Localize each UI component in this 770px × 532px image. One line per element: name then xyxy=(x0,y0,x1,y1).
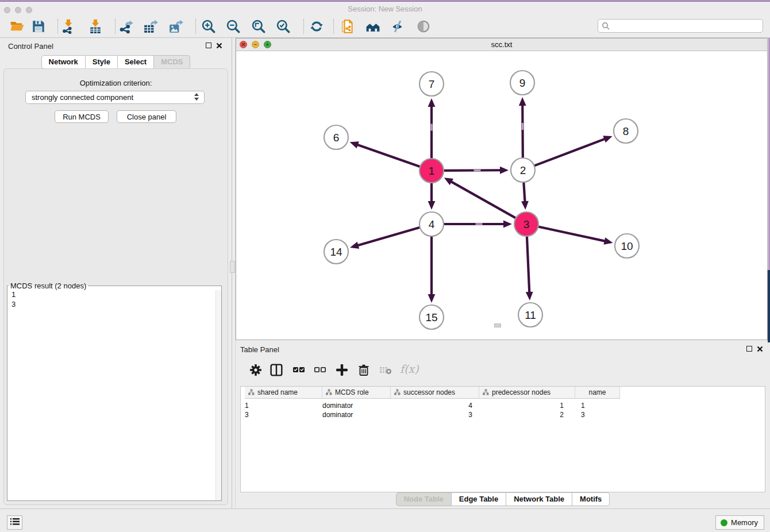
window-title: Session: New Session xyxy=(0,5,770,13)
edge-3-1[interactable] xyxy=(450,181,516,218)
export-table-button[interactable] xyxy=(143,18,159,34)
delete-table-icon xyxy=(379,364,392,376)
node-label-7: 7 xyxy=(429,78,435,90)
export-image-button[interactable] xyxy=(168,18,184,34)
home-icon xyxy=(365,19,380,34)
search-input[interactable] xyxy=(612,20,760,32)
edge-3-11[interactable] xyxy=(527,236,529,294)
zoom-selected-button[interactable] xyxy=(276,18,292,34)
import-table-button[interactable] xyxy=(88,18,104,34)
node-label-9: 9 xyxy=(519,77,526,89)
column-header-predecessor-nodes[interactable]: predecessor nodes xyxy=(479,387,575,398)
edge-arrowhead xyxy=(604,237,613,245)
zoom-out-button[interactable] xyxy=(226,18,242,34)
edge-1-6[interactable] xyxy=(356,144,421,167)
float-panel-icon[interactable] xyxy=(206,43,211,48)
mcds-result-list[interactable]: 13 xyxy=(8,290,221,500)
panel-splitter[interactable] xyxy=(232,38,236,508)
refresh-button[interactable] xyxy=(309,18,325,34)
column-type-icon xyxy=(248,389,255,395)
table-tabs: Node TableEdge TableNetwork TableMotifs xyxy=(236,492,770,506)
node-label-14: 14 xyxy=(330,246,342,258)
save-session-button[interactable] xyxy=(31,18,47,34)
close-panel-icon[interactable] xyxy=(216,43,222,49)
gear-icon xyxy=(249,364,262,376)
export-image-icon xyxy=(168,19,183,34)
control-panel-tabs: NetworkStyleSelectMCDS xyxy=(0,55,232,69)
result-scrollbar[interactable] xyxy=(215,290,221,500)
close-table-panel-icon[interactable] xyxy=(757,346,763,352)
canvas-resize-handle[interactable] xyxy=(494,323,501,327)
node-table-header: shared nameMCDS rolesuccessor nodesprede… xyxy=(245,387,620,399)
column-header-shared-name[interactable]: shared name xyxy=(245,387,322,398)
edge-2-3[interactable] xyxy=(523,182,525,203)
splitter-grip[interactable] xyxy=(230,261,235,273)
delete-table-button[interactable] xyxy=(378,363,393,378)
zoom-fit-button[interactable] xyxy=(251,18,267,34)
table-panel-title: Table Panel xyxy=(240,345,279,354)
export-network-button[interactable] xyxy=(118,18,134,34)
delete-column-button[interactable] xyxy=(356,363,371,378)
clone-network-button[interactable] xyxy=(340,18,356,34)
deselect-all-icon xyxy=(314,364,326,376)
memory-button[interactable]: Memory xyxy=(715,515,764,530)
save-floppy-icon xyxy=(31,19,46,34)
edge-4-14[interactable] xyxy=(357,228,421,246)
main-toolbar xyxy=(0,16,770,38)
task-list-icon xyxy=(10,518,20,526)
function-builder-button[interactable]: f(x) xyxy=(400,363,419,375)
zoom-in-button[interactable] xyxy=(201,18,217,34)
tab-motifs[interactable]: Motifs xyxy=(572,492,610,506)
tab-network[interactable]: Network xyxy=(41,55,86,69)
memory-status-icon xyxy=(721,519,727,526)
close-panel-button[interactable]: Close panel xyxy=(117,110,176,123)
cell-shared-name: 3 xyxy=(245,410,322,419)
tab-edge-table[interactable]: Edge Table xyxy=(452,492,506,506)
select-stepper-icon xyxy=(194,93,199,102)
optimization-select[interactable]: strongly connected component xyxy=(25,91,205,104)
column-type-icon xyxy=(326,389,332,395)
show-columns-button[interactable] xyxy=(269,363,284,378)
float-table-panel-icon[interactable] xyxy=(746,346,752,352)
clone-network-icon xyxy=(340,19,355,34)
create-column-button[interactable] xyxy=(334,363,349,378)
column-header-name[interactable]: name xyxy=(575,387,620,398)
table-panel: Table Panel f(x) xyxy=(236,342,770,508)
edge-2-9[interactable] xyxy=(522,104,523,159)
column-type-icon xyxy=(483,389,489,395)
select-all-rows-button[interactable] xyxy=(291,363,306,378)
network-graph[interactable]: 7968124314101511 xyxy=(236,51,767,340)
cell-predecessor-nodes: 2 xyxy=(479,410,575,419)
table-settings-button[interactable] xyxy=(248,363,263,378)
column-header-MCDS-role[interactable]: MCDS role xyxy=(322,387,391,398)
edge-1-2[interactable] xyxy=(443,170,502,171)
tab-network-table[interactable]: Network Table xyxy=(506,492,572,506)
trash-icon xyxy=(357,364,370,376)
toolbar-separator xyxy=(333,19,334,34)
open-session-button[interactable] xyxy=(10,18,26,34)
run-mcds-button[interactable]: Run MCDS xyxy=(55,110,109,123)
level-of-detail-button[interactable] xyxy=(416,18,432,34)
home-button[interactable] xyxy=(365,18,382,34)
mcds-result-title: MCDS result (2 nodes) xyxy=(9,282,88,290)
plus-icon xyxy=(336,364,348,376)
import-network-button[interactable] xyxy=(61,18,77,34)
tab-style[interactable]: Style xyxy=(86,55,118,69)
tab-mcds[interactable]: MCDS xyxy=(154,55,190,69)
column-header-successor-nodes[interactable]: successor nodes xyxy=(391,387,479,398)
edge-3-10[interactable] xyxy=(538,226,606,241)
tab-select[interactable]: Select xyxy=(118,55,154,69)
edge-label-tick xyxy=(476,223,483,225)
network-canvas[interactable]: 7968124314101511 xyxy=(236,51,767,340)
edge-label-tick xyxy=(473,169,480,171)
task-history-button[interactable] xyxy=(7,515,22,530)
optimization-select-value: strongly connected component xyxy=(32,93,133,102)
edge-2-8[interactable] xyxy=(534,138,606,166)
edge-arrowhead xyxy=(521,201,529,210)
tab-node-table[interactable]: Node Table xyxy=(396,492,452,506)
hide-graphics-button[interactable] xyxy=(390,18,406,34)
table-toolbar: f(x) xyxy=(240,358,765,384)
search-box xyxy=(598,19,763,33)
node-label-2: 2 xyxy=(520,164,526,176)
deselect-all-rows-button[interactable] xyxy=(313,363,328,378)
